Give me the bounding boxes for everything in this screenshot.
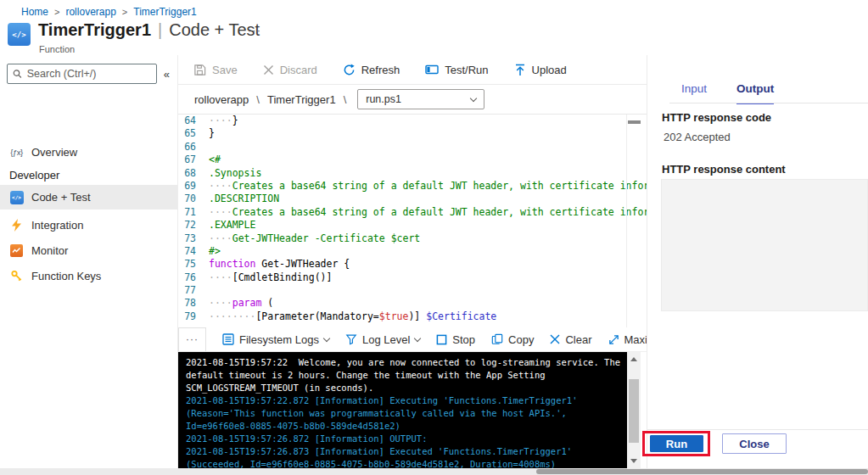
log-console-area: 2021-08-15T19:57:22 Welcome, you are now… xyxy=(178,352,647,468)
code-line: 76····[CmdletBinding()] xyxy=(178,271,647,284)
code-line: 71····Creates a base64 string of a defau… xyxy=(178,206,647,219)
logs-list-icon xyxy=(222,333,234,345)
maximize-arrow-icon xyxy=(608,334,619,345)
lightning-icon xyxy=(9,218,24,232)
function-app-icon xyxy=(8,23,31,46)
editor-scrollbar-thumb[interactable] xyxy=(628,120,641,124)
function-name: TimerTrigger1 xyxy=(38,20,151,39)
title-pipe: | xyxy=(158,20,162,39)
log-more-icon[interactable]: ··· xyxy=(178,327,206,352)
console-line: 2021-08-15T19:57:22 Welcome, you are now… xyxy=(186,356,627,369)
breadcrumb-home-link[interactable]: Home xyxy=(21,6,48,18)
response-code-label: HTTP response code xyxy=(662,111,771,124)
code-line: 78····param ( xyxy=(178,297,647,310)
log-level-label: Log Level xyxy=(362,333,410,346)
code-editor[interactable]: 64····}65}6667<#68.Synopsis69····Creates… xyxy=(178,115,647,327)
sidebar-item-monitor[interactable]: Monitor xyxy=(0,238,177,263)
response-content-label: HTTP response content xyxy=(662,163,786,176)
stop-label: Stop xyxy=(452,333,475,346)
filesystem-logs-dropdown[interactable]: Filesystem Logs xyxy=(222,333,329,346)
code-line: 68.Synopsis xyxy=(178,167,647,180)
sidebar-item-label: Monitor xyxy=(31,244,68,257)
console-line: 2021-08-15T19:57:26.872 [Information] OU… xyxy=(186,433,627,445)
sidebar-item-label: Overview xyxy=(31,146,77,159)
collapse-sidebar-icon[interactable] xyxy=(164,68,170,81)
chevron-down-icon xyxy=(323,334,330,341)
horizontal-scrollbar-thumb[interactable] xyxy=(536,469,868,474)
refresh-label: Refresh xyxy=(361,64,400,76)
chevron-down-icon xyxy=(414,334,421,341)
console-line: default timeout is 2 hours. Change the t… xyxy=(186,369,627,382)
discard-x-icon xyxy=(263,64,274,75)
maximize-button[interactable]: Maximize xyxy=(608,333,647,346)
test-run-button[interactable]: Test/Run xyxy=(425,64,488,76)
breadcrumb-function-link[interactable]: TimerTrigger1 xyxy=(133,6,196,18)
code-line: 75function Get-JWTHeader { xyxy=(178,258,647,271)
tab-output[interactable]: Output xyxy=(736,82,774,104)
file-select-dropdown[interactable]: run.ps1 xyxy=(357,89,484,109)
sidebar-item-function-keys[interactable]: Function Keys xyxy=(0,264,177,288)
key-icon xyxy=(9,269,24,283)
search-input[interactable] xyxy=(27,68,151,80)
log-toolbar: ··· Filesystem Logs Log Level Stop xyxy=(178,327,647,352)
search-icon xyxy=(13,69,22,79)
code-line: 74#> xyxy=(178,245,647,258)
file-select-value: run.ps1 xyxy=(366,93,401,105)
filter-funnel-icon xyxy=(345,333,357,345)
test-run-label: Test/Run xyxy=(445,64,488,76)
console-scrollbar-thumb[interactable] xyxy=(629,379,639,443)
code-lines: 64····}65}6667<#68.Synopsis69····Creates… xyxy=(178,115,647,323)
discard-label: Discard xyxy=(280,64,317,76)
horizontal-scrollbar[interactable] xyxy=(0,468,868,475)
breadcrumb-separator: > xyxy=(122,7,127,17)
scroll-up-icon[interactable] xyxy=(630,357,637,361)
copy-button[interactable]: Copy xyxy=(491,333,534,346)
code-line: 69····Creates a base64 string of a defau… xyxy=(178,180,647,193)
main-content: Save Discard Refresh Test/Run xyxy=(178,55,647,468)
sidebar-item-overview[interactable]: Overview xyxy=(0,140,177,165)
console-line: (Succeeded, Id=e96f60e8-0885-4075-b8b0-5… xyxy=(186,458,627,468)
page-name: Code + Test xyxy=(169,20,260,39)
overview-fx-icon xyxy=(9,145,24,159)
console-scrollbar[interactable] xyxy=(627,352,641,468)
command-bar: Save Discard Refresh Test/Run xyxy=(178,55,647,85)
copy-icon xyxy=(491,333,503,345)
breadcrumb-app-link[interactable]: rolloverapp xyxy=(65,6,115,18)
response-code-value: 202 Accepted xyxy=(664,131,731,143)
title-more-icon[interactable]: ··· xyxy=(248,24,261,36)
console-line: (Reason='This function was programmatica… xyxy=(186,407,627,420)
run-button[interactable]: Run xyxy=(650,435,703,452)
maximize-label: Maximize xyxy=(624,333,647,346)
sidebar: Overview Developer Code + Test Integrati… xyxy=(0,55,178,468)
console-line: 2021-08-15T19:57:26.873 [Information] Ex… xyxy=(186,445,627,458)
breadcrumb-separator: > xyxy=(54,7,59,17)
sidebar-item-integration[interactable]: Integration xyxy=(0,213,177,238)
save-button[interactable]: Save xyxy=(193,64,238,76)
tab-input[interactable]: Input xyxy=(681,82,707,104)
filebar-separator: \ xyxy=(344,93,347,106)
sidebar-item-code-test[interactable]: Code + Test xyxy=(0,185,177,210)
upload-button[interactable]: Upload xyxy=(514,64,567,76)
console-line: SCM_LOGSTREAM_TIMEOUT (in seconds). xyxy=(186,382,627,394)
discard-button[interactable]: Discard xyxy=(263,64,317,76)
copy-label: Copy xyxy=(508,333,534,346)
code-line: 65} xyxy=(178,127,647,140)
upload-label: Upload xyxy=(532,64,567,76)
code-line: 64····} xyxy=(178,115,647,127)
filebar-function-name: TimerTrigger1 xyxy=(267,93,336,106)
chevron-down-icon xyxy=(470,94,477,101)
save-icon xyxy=(193,64,206,76)
code-line: 67<# xyxy=(178,154,647,166)
scroll-down-icon[interactable] xyxy=(630,459,637,463)
clear-button[interactable]: Clear xyxy=(550,333,591,346)
console-line: 2021-08-15T19:57:22.872 [Information] Ex… xyxy=(186,394,627,407)
log-level-dropdown[interactable]: Log Level xyxy=(345,333,420,346)
close-button[interactable]: Close xyxy=(722,433,787,454)
filebar-separator: \ xyxy=(256,93,260,106)
refresh-button[interactable]: Refresh xyxy=(343,64,400,76)
code-line: 70.DESCRIPTION xyxy=(178,193,647,205)
panel-footer-divider xyxy=(647,429,868,430)
stop-button[interactable]: Stop xyxy=(436,333,475,346)
test-run-panel: Input Output HTTP response code 202 Acce… xyxy=(647,55,868,468)
sidebar-search-box[interactable] xyxy=(7,64,157,84)
